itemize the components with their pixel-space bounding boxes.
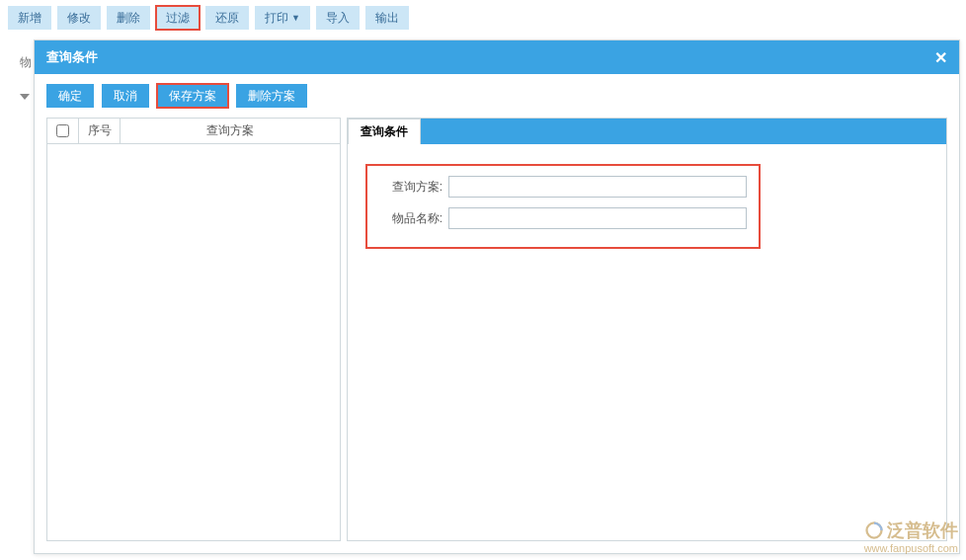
form-area: 查询方案: 物品名称: (348, 144, 946, 269)
select-all-checkbox[interactable] (56, 124, 69, 137)
query-modal: 查询条件 ✕ 确定 取消 保存方案 删除方案 序号 查询方案 查询条件 (34, 40, 960, 554)
column-serial: 序号 (79, 119, 121, 143)
modal-title: 查询条件 (46, 48, 98, 66)
column-plan: 查询方案 (121, 119, 340, 143)
dropdown-icon[interactable] (20, 94, 30, 100)
name-label: 物品名称: (379, 210, 443, 227)
tab-conditions[interactable]: 查询条件 (348, 119, 421, 144)
restore-button[interactable]: 还原 (205, 6, 249, 30)
chevron-down-icon: ▼ (291, 13, 300, 23)
edit-button[interactable]: 修改 (57, 6, 101, 30)
save-plan-button[interactable]: 保存方案 (157, 84, 228, 108)
cancel-button[interactable]: 取消 (102, 84, 149, 108)
top-toolbar: 新增 修改 删除 过滤 还原 打印 ▼ 导入 输出 (0, 0, 966, 36)
export-button[interactable]: 输出 (365, 6, 409, 30)
import-button[interactable]: 导入 (316, 6, 360, 30)
modal-body: 序号 查询方案 查询条件 查询方案: 物品名称: (35, 118, 959, 553)
filter-button[interactable]: 过滤 (156, 6, 200, 30)
name-input[interactable] (448, 207, 747, 229)
table-header: 序号 查询方案 (47, 119, 340, 144)
form-highlight-box: 查询方案: 物品名称: (365, 164, 761, 249)
print-button[interactable]: 打印 ▼ (255, 6, 310, 30)
print-button-label: 打印 (265, 10, 288, 27)
add-button[interactable]: 新增 (8, 6, 51, 30)
delete-plan-button[interactable]: 删除方案 (236, 84, 307, 108)
form-row-name: 物品名称: (379, 207, 747, 229)
tab-bar: 查询条件 (348, 119, 946, 144)
form-row-plan: 查询方案: (379, 176, 747, 198)
plan-label: 查询方案: (379, 179, 443, 196)
plans-table: 序号 查询方案 (46, 118, 341, 541)
background-text: 物 (20, 54, 32, 71)
conditions-panel: 查询条件 查询方案: 物品名称: (347, 118, 947, 541)
close-icon[interactable]: ✕ (934, 48, 947, 67)
select-all-cell (47, 119, 79, 143)
plan-input[interactable] (448, 176, 747, 198)
delete-button[interactable]: 删除 (107, 6, 150, 30)
modal-header: 查询条件 ✕ (35, 40, 959, 74)
modal-toolbar: 确定 取消 保存方案 删除方案 (35, 74, 959, 118)
ok-button[interactable]: 确定 (46, 84, 94, 108)
